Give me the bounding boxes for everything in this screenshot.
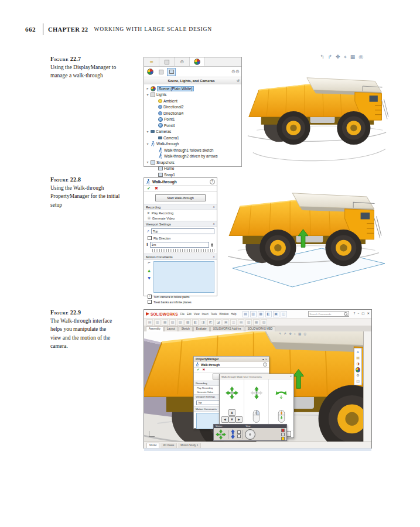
minus-button[interactable]	[237, 434, 241, 438]
view-appearances-button[interactable]	[146, 68, 155, 76]
expander-icon[interactable]: ▾	[146, 142, 149, 146]
toolbar-icon-9[interactable]: ◩	[207, 319, 214, 326]
tree-item-directional4[interactable]: Directional4	[144, 110, 241, 117]
tab-assembly[interactable]: Assembly	[146, 326, 163, 331]
flip-direction-row[interactable]: Flip Direction	[144, 235, 217, 241]
qat-icon-6[interactable]: ◫	[281, 311, 287, 317]
help-button[interactable]: ?	[354, 312, 356, 316]
tree-item-lights[interactable]: ▾ Lights	[144, 92, 241, 98]
generate-video-item[interactable]: ▤ Generate Video	[144, 215, 217, 221]
command-search-box[interactable]: Search Commands	[308, 311, 349, 317]
tree-item-cameras[interactable]: ▾ Cameras	[144, 129, 241, 135]
flip-direction-checkbox[interactable]	[148, 236, 152, 240]
height-slider[interactable]	[152, 249, 214, 252]
down-constraint-icon[interactable]: ▼	[148, 276, 151, 280]
tree-item-camera1[interactable]: Camera1	[144, 135, 241, 141]
menu-edit[interactable]: Edit	[187, 313, 192, 316]
dialog-titlebar[interactable]: Walk-through Mode User Instructions ✕	[220, 374, 293, 379]
tree-item-snapshots[interactable]: ▾ Snapshots	[144, 159, 241, 166]
task-pane-strip[interactable]	[363, 331, 371, 442]
tree-item-ambient[interactable]: Ambient	[144, 98, 241, 104]
close-icon[interactable]: ✕	[290, 375, 292, 378]
graphics-area[interactable]: ↰ ↱ ✥ ⌖ ▦ ◎ PropertyManager ▪ ✕ Walk-thr…	[144, 331, 371, 442]
tree-item-scene[interactable]: ▸ Scene (Plain White)	[144, 85, 241, 92]
walk-forward-icon[interactable]: ↱	[328, 54, 333, 60]
history-icon[interactable]: ↺	[237, 79, 240, 83]
qat-icon-4[interactable]: ◧	[265, 311, 272, 317]
hud-settings-icon[interactable]: ◎	[358, 54, 363, 60]
tab-propertymanager[interactable]	[159, 57, 175, 66]
snapshot-icon[interactable]: ▦	[350, 54, 356, 60]
tab-layout[interactable]: Layout	[164, 326, 178, 331]
appearances-icon[interactable]: ◑	[356, 361, 360, 366]
custom-properties-icon[interactable]: ◫	[356, 379, 360, 384]
motion-section-header[interactable]: Motion Constraints ∧	[144, 254, 217, 260]
toolbar-icon-7[interactable]: ◧	[192, 319, 199, 326]
viewport-section-header[interactable]: Viewport Settings ∧	[144, 221, 217, 227]
hud-icon-3[interactable]: ✥	[289, 333, 292, 336]
infinite-planes-checkbox[interactable]	[148, 300, 152, 304]
tab-motion-study[interactable]: Motion Study 1	[178, 443, 201, 448]
tab-model[interactable]: Model	[146, 443, 159, 448]
tab-featuremanager[interactable]: ≡	[144, 57, 159, 66]
toolbar-icon-15[interactable]: ▦	[253, 319, 259, 326]
tree-item-walkthrough1[interactable]: Walk-through1 follows sketch	[144, 147, 241, 153]
move-control-icon[interactable]	[216, 429, 226, 440]
help-icon[interactable]: ?	[263, 362, 267, 367]
tab-solidworks-addins[interactable]: SOLIDWORKS Add-Ins	[210, 326, 244, 331]
tab-configurationmanager[interactable]: ⊖	[175, 57, 190, 66]
settings-gear-icon[interactable]: ⚙	[356, 373, 360, 378]
qat-icon-1[interactable]: ▤	[243, 311, 249, 317]
toolbar-icon-3[interactable]: ▦	[162, 319, 168, 326]
home-icon[interactable]: ⌂	[356, 350, 360, 354]
tree-item-snap1[interactable]: Snap1	[144, 172, 241, 178]
view-scene-lights-cameras-button[interactable]	[167, 68, 176, 76]
up-constraint-icon[interactable]: ▲	[148, 269, 151, 272]
tree-item-directional2[interactable]: Directional2	[144, 104, 241, 111]
play-recording-item[interactable]: ▶ Play Recording	[144, 210, 217, 215]
elevation-control-icon[interactable]	[230, 429, 235, 439]
menu-file[interactable]: File	[180, 313, 185, 316]
toolbar-icon-5[interactable]: ▨	[177, 319, 183, 326]
hud-icon-6[interactable]: ◎	[303, 333, 306, 336]
follow-paths-row[interactable]: ✓ Turn camera to follow paths	[144, 294, 217, 299]
qat-icon-5[interactable]: ▣	[273, 311, 279, 317]
hud-icon-1[interactable]: ↰	[279, 333, 282, 336]
menu-tools[interactable]: Tools	[211, 313, 217, 316]
pan-icon[interactable]: ✥	[336, 54, 340, 60]
look-around-icon[interactable]: ⌖	[344, 54, 347, 60]
expander-icon[interactable]: ▾	[146, 93, 149, 97]
recording-section-header[interactable]: Recording ∧	[144, 204, 217, 210]
toolbar-icon-1[interactable]: ▤	[146, 319, 153, 326]
propertymanager-window-titlebar[interactable]: PropertyManager ▪ ✕	[194, 357, 269, 362]
hud-icon-5[interactable]: ▦	[298, 333, 301, 336]
look-dpad-control[interactable]	[245, 429, 255, 440]
expander-icon[interactable]: ▾	[146, 160, 149, 164]
tab-solidworks-mbd[interactable]: SOLIDWORKS MBD	[245, 326, 276, 331]
walk-back-icon[interactable]: ↰	[320, 54, 325, 60]
menu-insert[interactable]: Insert	[202, 313, 209, 316]
close-icon[interactable]: ✕	[265, 358, 267, 361]
constraint-selection-box[interactable]	[153, 261, 214, 293]
toolbar-icon-14[interactable]: ▥	[245, 319, 252, 326]
ok-check-icon[interactable]: ✔	[197, 368, 200, 372]
toolbar-icon-6[interactable]: ▩	[185, 319, 191, 326]
tab-sketch[interactable]: Sketch	[179, 326, 193, 331]
follow-paths-checkbox[interactable]: ✓	[148, 295, 152, 299]
hud-icon-4[interactable]: ⌖	[294, 333, 296, 336]
view-decals-button[interactable]	[156, 68, 165, 76]
restore-button[interactable]: ▢	[361, 312, 364, 316]
plus-button[interactable]	[237, 430, 241, 434]
toolbar-icon-10[interactable]: ◪	[215, 319, 221, 326]
step-height-icon[interactable]: ⌐	[148, 261, 151, 265]
toolbar-icon-16[interactable]: ▧	[261, 319, 267, 326]
tree-item-home[interactable]: Home	[144, 166, 241, 172]
snapshot-button[interactable]	[281, 433, 285, 436]
expander-icon[interactable]: ▸	[146, 87, 149, 90]
start-walkthrough-button[interactable]: Start Walk-through	[155, 194, 206, 201]
record-button[interactable]	[281, 429, 285, 432]
render-tools-gear-icon[interactable]: ⚙⚙	[231, 70, 240, 74]
menu-view[interactable]: View	[194, 313, 200, 316]
qat-icon-3[interactable]: ▦	[258, 311, 264, 317]
tab-evaluate[interactable]: Evaluate	[193, 326, 210, 331]
